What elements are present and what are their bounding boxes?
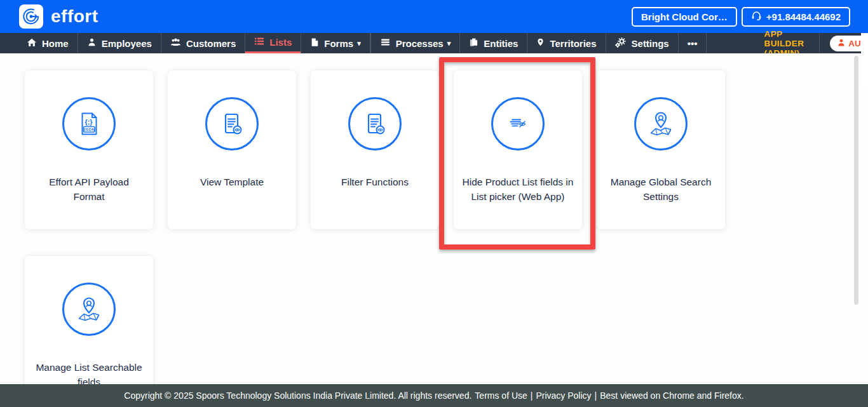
copyright-text: Copyright © 2025 Spoors Technology Solut… [124, 390, 471, 401]
privacy-link[interactable]: Privacy Policy [536, 390, 591, 401]
map-pin-icon [536, 37, 545, 49]
list-icon [254, 36, 264, 48]
form-file-icon [310, 37, 319, 49]
nav-item-territories[interactable]: Territories [527, 33, 605, 53]
map-search-icon [62, 283, 116, 336]
card-hide-product-list-fields[interactable]: Hide Product List fields in List picker … [454, 70, 582, 229]
nav-item-more[interactable]: ••• [678, 33, 707, 53]
nav-label: Forms [324, 38, 353, 49]
scrollbar-gutter [861, 33, 868, 86]
hidden-list-icon [491, 97, 545, 150]
vertical-scrollbar[interactable] [854, 56, 858, 305]
company-button[interactable]: Bright Cloud Cor… [632, 7, 737, 27]
card-title: Effort API Payload Format [25, 175, 153, 204]
nav-right-section: APP BUILDER (ADMIN) AU ▾ [706, 33, 868, 53]
cards-grid: {;} JSON Effort API Payload Format View … [0, 53, 868, 384]
footer-separator: | [531, 390, 533, 401]
process-stack-icon [380, 37, 391, 49]
effort-logo-icon[interactable] [19, 4, 43, 29]
gear-icon [615, 37, 627, 50]
nav-item-forms[interactable]: Forms ▾ [301, 33, 370, 53]
user-icon [837, 38, 846, 49]
card-view-template[interactable]: View Template [168, 70, 296, 229]
svg-text:{;}: {;} [85, 118, 93, 126]
card-title: Hide Product List fields in List picker … [454, 175, 582, 204]
footer-separator: | [595, 390, 597, 401]
nav-label: Entities [484, 38, 518, 49]
svg-text:JSON: JSON [83, 127, 95, 131]
phone-number: +91.84484.44692 [766, 11, 841, 22]
card-effort-api-payload[interactable]: {;} JSON Effort API Payload Format [25, 70, 153, 229]
main-nav: Home Employees Customers Lists Forms ▾ P… [0, 33, 868, 53]
nav-label: Home [42, 38, 69, 49]
nav-label: Territories [550, 38, 596, 49]
employee-icon [87, 37, 97, 49]
user-initials: AU [848, 39, 861, 48]
nav-label: Lists [269, 37, 292, 48]
nav-item-settings[interactable]: Settings [606, 33, 678, 53]
entities-pages-icon [469, 37, 478, 49]
brand-name: effort [51, 6, 98, 27]
card-title: Manage Global Search Settings [597, 175, 725, 204]
app-header: effort Bright Cloud Cor… +91.84484.44692 [0, 0, 868, 33]
nav-label: Employees [102, 38, 152, 49]
card-title: Manage List Searchable fields [25, 360, 153, 384]
customers-icon [170, 37, 181, 49]
terms-link[interactable]: Terms of Use [475, 390, 527, 401]
footer-bar: Copyright © 2025 Spoors Technology Solut… [0, 384, 868, 407]
support-phone-button[interactable]: +91.84484.44692 [742, 7, 850, 27]
ellipsis-icon: ••• [688, 38, 698, 49]
card-manage-list-searchable[interactable]: Manage List Searchable fields [25, 256, 153, 384]
card-manage-global-search[interactable]: Manage Global Search Settings [597, 70, 725, 229]
nav-label: Settings [632, 38, 669, 49]
card-filter-functions[interactable]: Filter Functions [311, 70, 439, 229]
nav-label: Processes [396, 38, 444, 49]
card-title: View Template [193, 175, 271, 189]
nav-item-employees[interactable]: Employees [78, 33, 161, 53]
json-file-icon: {;} JSON [62, 97, 116, 150]
nav-item-processes[interactable]: Processes ▾ [370, 33, 460, 53]
document-view-icon [348, 97, 402, 150]
card-title: Filter Functions [334, 175, 416, 189]
chevron-down-icon: ▾ [357, 39, 361, 48]
map-search-icon [634, 97, 688, 150]
chevron-down-icon: ▾ [447, 39, 451, 48]
best-viewed-text: Best viewed on Chrome and Firefox. [600, 390, 743, 401]
nav-label: Customers [186, 38, 236, 49]
home-icon [27, 37, 37, 50]
document-view-icon [205, 97, 259, 150]
nav-item-home[interactable]: Home [18, 33, 78, 53]
nav-item-entities[interactable]: Entities [459, 33, 527, 53]
nav-item-lists[interactable]: Lists [245, 33, 301, 53]
company-button-label: Bright Cloud Cor… [641, 11, 728, 22]
nav-item-customers[interactable]: Customers [161, 33, 245, 53]
headset-icon [751, 11, 762, 22]
